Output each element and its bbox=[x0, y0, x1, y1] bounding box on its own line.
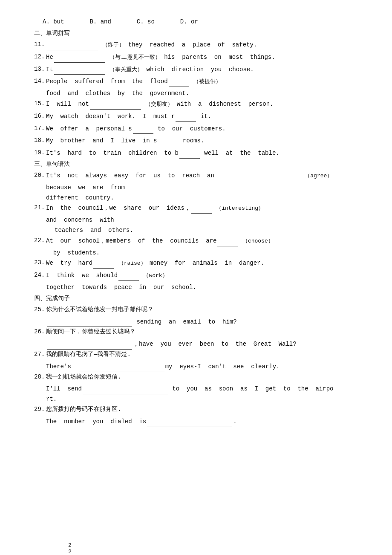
question-21: 21. In the council，we share our ideas， （… bbox=[34, 203, 366, 214]
question-25: 25. 你为什么不试着给他发一封电子邮件呢？ bbox=[34, 305, 366, 315]
question-18: 18. My brother and I live in s rooms. bbox=[34, 136, 366, 146]
q17-num: 17. bbox=[34, 124, 46, 134]
q15-body: I will not （交朋友） with a dishonest person… bbox=[46, 99, 366, 110]
q29-num: 29. bbox=[34, 405, 46, 415]
q21-hint: （interesting） bbox=[216, 205, 264, 211]
question-12: 12. He （与……意见不一致） his parents on most th… bbox=[34, 52, 366, 63]
q23-body: We try hard （raise） money for animals in… bbox=[46, 258, 366, 269]
question-20: 20. It's not always easy for us to reach… bbox=[34, 171, 366, 181]
q24-num: 24. bbox=[34, 270, 46, 281]
q20-blank[interactable] bbox=[215, 171, 300, 181]
q24-continuation: together towards peace in our school. bbox=[46, 283, 366, 293]
q23-hint: （raise） bbox=[118, 260, 146, 266]
q22-hint: （choose） bbox=[242, 238, 274, 244]
q16-num: 16. bbox=[34, 111, 46, 122]
q20-continuation2: different country. bbox=[46, 193, 366, 203]
q28-num: 28. bbox=[34, 372, 46, 382]
q28-answer: I'll send to you as soon as I get to the… bbox=[46, 384, 366, 394]
option-c: C. so bbox=[137, 18, 155, 25]
q13-body: It （事关重大） which direction you choose. bbox=[46, 64, 366, 75]
q27-num: 27. bbox=[34, 350, 46, 360]
question-19: 19. It's hard to train children to b wel… bbox=[34, 148, 366, 159]
q27-blank[interactable] bbox=[79, 361, 164, 372]
q25-body: 你为什么不试着给他发一封电子邮件呢？ bbox=[46, 305, 366, 315]
q16-body: My watch doesn't work. I must r it. bbox=[46, 111, 366, 122]
q11-hint: （终于） bbox=[102, 42, 124, 48]
q24-body: I think we should （work） bbox=[46, 270, 366, 281]
question-11: 11. （终于） they reached a place of safety. bbox=[34, 40, 366, 50]
q12-body: He （与……意见不一致） his parents on most things… bbox=[46, 52, 366, 63]
q12-blank[interactable] bbox=[54, 52, 105, 63]
q13-num: 13. bbox=[34, 64, 46, 75]
q13-hint: （事关重大） bbox=[110, 66, 143, 73]
q18-num: 18. bbox=[34, 136, 46, 146]
q11-num: 11. bbox=[34, 40, 46, 50]
option-d: D. or bbox=[180, 18, 198, 25]
q12-num: 12. bbox=[34, 52, 46, 63]
q19-num: 19. bbox=[34, 148, 46, 159]
q21-continuation1: and concerns with bbox=[46, 215, 366, 225]
q12-hint: （与……意见不一致） bbox=[110, 54, 161, 61]
q17-blank[interactable] bbox=[133, 124, 153, 134]
q22-blank[interactable] bbox=[217, 236, 238, 246]
q14-blank[interactable] bbox=[169, 76, 189, 87]
q20-num: 20. bbox=[34, 171, 46, 181]
q28-continuation: rt. bbox=[46, 394, 366, 405]
q15-hint: （交朋友） bbox=[145, 101, 173, 107]
q19-blank[interactable] bbox=[179, 148, 200, 159]
question-16: 16. My watch doesn't work. I must r it. bbox=[34, 111, 366, 122]
q11-blank[interactable] bbox=[47, 40, 98, 50]
q18-body: My brother and I live in s rooms. bbox=[46, 136, 366, 146]
q11-body: （终于） they reached a place of safety. bbox=[46, 40, 366, 50]
q23-blank[interactable] bbox=[93, 258, 114, 269]
q18-blank[interactable] bbox=[158, 136, 178, 146]
question-29: 29. 您所拨打的号码不在服务区. bbox=[34, 405, 366, 415]
q26-num: 26. bbox=[34, 327, 46, 337]
question-13: 13. It （事关重大） which direction you choose… bbox=[34, 64, 366, 75]
q24-hint: （work） bbox=[143, 272, 167, 279]
question-15: 15. I will not （交朋友） with a dishonest pe… bbox=[34, 99, 366, 110]
section2-title: 二、单词拼写 bbox=[34, 29, 366, 37]
q20-body: It's not always easy for us to reach an … bbox=[46, 171, 366, 181]
question-17: 17. We offer a personal s to our custome… bbox=[34, 124, 366, 134]
q14-hint: （被提供） bbox=[193, 78, 221, 85]
q21-body: In the council，we share our ideas， （inte… bbox=[46, 203, 366, 214]
q27-answer: There's my eyes-I can't see clearly. bbox=[46, 361, 366, 372]
question-22: 22. At our school，members of the council… bbox=[34, 236, 366, 246]
q22-body: At our school，members of the councils ar… bbox=[46, 236, 366, 246]
q20-hint: （agree） bbox=[305, 173, 332, 179]
q28-blank[interactable] bbox=[83, 384, 168, 394]
q21-num: 21. bbox=[34, 203, 46, 214]
q29-blank[interactable] bbox=[147, 416, 232, 427]
q21-blank[interactable] bbox=[191, 203, 212, 214]
option-a: A. but bbox=[43, 18, 64, 25]
q26-answer: ，have you ever been to the Great Wall? bbox=[46, 339, 366, 350]
q15-num: 15. bbox=[34, 99, 46, 110]
q24-blank[interactable] bbox=[118, 270, 139, 281]
question-24: 24. I think we should （work） bbox=[34, 270, 366, 281]
options-row: A. but B. and C. so D. or bbox=[43, 18, 366, 25]
q17-body: We offer a personal s to our customers. bbox=[46, 124, 366, 134]
q14-body: People suffered from the flood （被提供） bbox=[46, 76, 366, 87]
question-14: 14. People suffered from the flood （被提供） bbox=[34, 76, 366, 87]
q25-blank[interactable] bbox=[47, 317, 132, 327]
q26-body: 顺便问一下，你曾经去过长城吗？ bbox=[46, 327, 366, 337]
q29-answer: The number you dialed is . bbox=[46, 416, 366, 427]
section3-title: 三、单句语法 bbox=[34, 160, 366, 168]
q28-body: 我一到机场就会给你发短信. bbox=[46, 372, 366, 382]
q15-blank[interactable] bbox=[90, 99, 141, 110]
q23-num: 23. bbox=[34, 258, 46, 269]
q25-num: 25. bbox=[34, 305, 46, 315]
q26-blank[interactable] bbox=[47, 339, 132, 350]
page-wrapper: A. but B. and C. so D. or 二、单词拼写 11. （终于… bbox=[34, 13, 366, 555]
q29-body: 您所拨打的号码不在服务区. bbox=[46, 405, 366, 415]
question-28: 28. 我一到机场就会给你发短信. bbox=[34, 372, 366, 382]
q25-answer: sending an email to him? bbox=[46, 317, 366, 327]
question-23: 23. We try hard （raise） money for animal… bbox=[34, 258, 366, 269]
q21-continuation2: teachers and others. bbox=[55, 225, 366, 236]
q16-blank[interactable] bbox=[176, 111, 196, 122]
question-26: 26. 顺便问一下，你曾经去过长城吗？ bbox=[34, 327, 366, 337]
top-divider bbox=[34, 13, 366, 13]
q13-blank[interactable] bbox=[54, 64, 105, 75]
q14-continuation: food and clothes by the government. bbox=[46, 89, 366, 99]
